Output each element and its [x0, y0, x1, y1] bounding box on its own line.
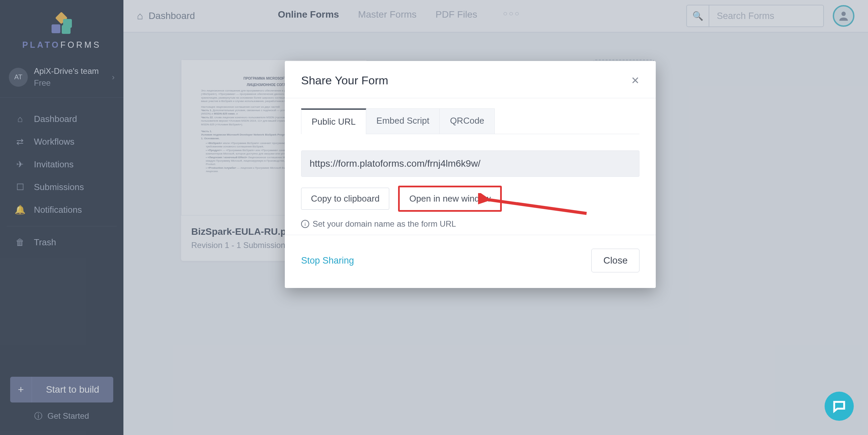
domain-hint-text: Set your domain name as the form URL [313, 219, 456, 229]
stop-sharing-link[interactable]: Stop Sharing [301, 255, 354, 266]
share-form-modal: Share Your Form ✕ Public URL Embed Scrip… [285, 61, 656, 288]
chat-icon [832, 399, 847, 414]
tab-public-url[interactable]: Public URL [301, 108, 366, 134]
domain-hint[interactable]: i Set your domain name as the form URL [301, 219, 639, 229]
chat-widget-button[interactable] [825, 392, 854, 421]
tab-embed-script[interactable]: Embed Script [366, 108, 440, 134]
tab-qrcode[interactable]: QRCode [439, 108, 495, 134]
close-button[interactable]: Close [591, 249, 639, 272]
open-in-new-window-button[interactable]: Open in new window [398, 186, 502, 212]
modal-title: Share Your Form [301, 74, 388, 87]
modal-tabs: Public URL Embed Script QRCode [301, 108, 639, 134]
info-icon: i [301, 220, 309, 228]
copy-to-clipboard-button[interactable]: Copy to clipboard [301, 188, 389, 210]
close-icon[interactable]: ✕ [631, 75, 639, 86]
share-url-field[interactable] [301, 150, 639, 177]
